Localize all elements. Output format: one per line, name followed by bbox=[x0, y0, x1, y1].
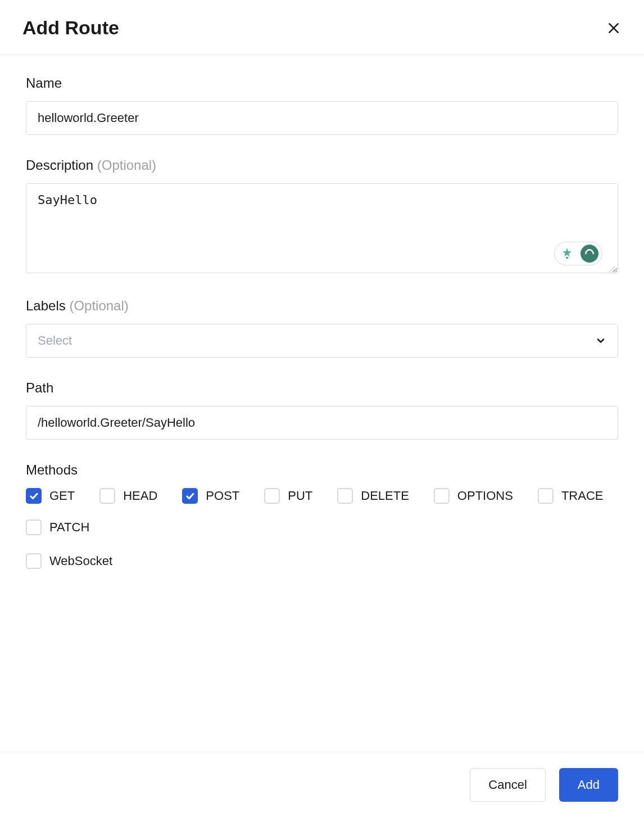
method-options-checkbox-item[interactable]: OPTIONS bbox=[434, 488, 513, 504]
method-patch-label: PATCH bbox=[49, 520, 89, 535]
dialog-header: Add Route bbox=[0, 0, 644, 55]
description-textarea[interactable] bbox=[26, 183, 618, 273]
method-options-checkbox bbox=[434, 488, 450, 504]
textarea-tools-pill bbox=[554, 242, 602, 265]
dialog-body: Name Description (Optional) bbox=[0, 55, 644, 752]
method-post-checkbox bbox=[182, 488, 198, 504]
add-button[interactable]: Add bbox=[559, 768, 618, 802]
method-post-checkbox-item[interactable]: POST bbox=[182, 488, 239, 504]
method-trace-label: TRACE bbox=[561, 489, 604, 503]
path-input[interactable] bbox=[26, 406, 618, 440]
method-options-label: OPTIONS bbox=[457, 489, 513, 503]
name-label: Name bbox=[26, 75, 618, 91]
path-label: Path bbox=[26, 380, 618, 396]
assist-button[interactable] bbox=[580, 245, 598, 263]
close-icon bbox=[606, 21, 621, 35]
path-field: Path bbox=[26, 380, 618, 440]
labels-label-text: Labels bbox=[26, 298, 66, 313]
method-put-checkbox-item[interactable]: PUT bbox=[264, 488, 312, 504]
methods-label: Methods bbox=[26, 462, 618, 478]
labels-optional-tag: (Optional) bbox=[69, 298, 128, 313]
name-field: Name bbox=[26, 75, 618, 135]
method-delete-checkbox bbox=[337, 488, 353, 504]
add-route-dialog: Add Route Name Description (Optional) bbox=[0, 0, 644, 822]
labels-field: Labels (Optional) Select bbox=[26, 298, 618, 358]
dialog-footer: Cancel Add bbox=[0, 752, 644, 822]
spinner-icon bbox=[584, 248, 595, 259]
websocket-row: WebSocket bbox=[26, 553, 618, 569]
method-trace-checkbox-item[interactable]: TRACE bbox=[538, 488, 604, 504]
lightbulb-icon bbox=[560, 247, 574, 260]
labels-label: Labels (Optional) bbox=[26, 298, 618, 314]
method-patch-checkbox-item[interactable]: PATCH bbox=[26, 520, 89, 535]
method-post-label: POST bbox=[206, 489, 239, 503]
method-trace-checkbox bbox=[538, 488, 554, 504]
method-get-label: GET bbox=[49, 489, 75, 503]
description-label: Description (Optional) bbox=[26, 157, 618, 173]
chevron-down-icon bbox=[595, 335, 606, 346]
close-button[interactable] bbox=[606, 20, 622, 36]
method-head-label: HEAD bbox=[123, 489, 157, 503]
cancel-button[interactable]: Cancel bbox=[470, 768, 545, 802]
method-put-label: PUT bbox=[288, 489, 312, 503]
labels-select[interactable]: Select bbox=[26, 324, 618, 358]
description-optional-tag: (Optional) bbox=[97, 157, 156, 173]
method-put-checkbox bbox=[264, 488, 280, 504]
method-get-checkbox-item[interactable]: GET bbox=[26, 488, 75, 504]
websocket-checkbox bbox=[26, 553, 42, 569]
method-head-checkbox-item[interactable]: HEAD bbox=[99, 488, 157, 504]
methods-field: Methods GETHEADPOSTPUTDELETEOPTIONSTRACE… bbox=[26, 462, 618, 569]
method-delete-checkbox-item[interactable]: DELETE bbox=[337, 488, 409, 504]
labels-select-placeholder: Select bbox=[38, 333, 72, 348]
methods-row: GETHEADPOSTPUTDELETEOPTIONSTRACEPATCH bbox=[26, 488, 618, 535]
method-head-checkbox bbox=[99, 488, 115, 504]
name-input[interactable] bbox=[26, 101, 618, 135]
description-label-text: Description bbox=[26, 157, 93, 173]
description-field: Description (Optional) bbox=[26, 157, 618, 275]
method-get-checkbox bbox=[26, 488, 42, 504]
method-patch-checkbox bbox=[26, 520, 42, 535]
method-delete-label: DELETE bbox=[361, 489, 409, 503]
websocket-checkbox-item[interactable]: WebSocket bbox=[26, 553, 112, 569]
svg-rect-2 bbox=[566, 257, 568, 259]
websocket-checkbox-label: WebSocket bbox=[49, 554, 112, 568]
hint-button[interactable] bbox=[558, 245, 576, 263]
description-textarea-wrapper bbox=[26, 183, 618, 275]
dialog-title: Add Route bbox=[22, 17, 119, 39]
